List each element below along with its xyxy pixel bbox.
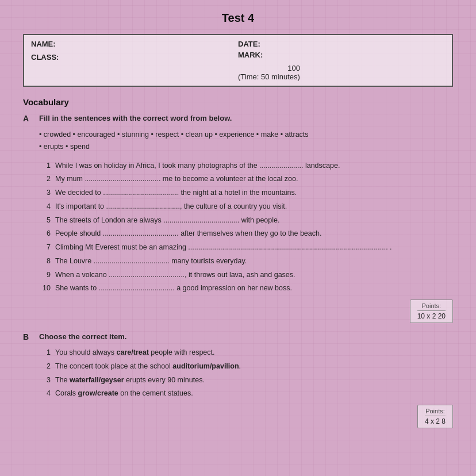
exercise-b-points: Points: 4 x 2 8 (417, 405, 453, 428)
sentence-10: 10 She wants to ........................… (39, 283, 453, 294)
sentence-7: 7 Climbing Mt Everest must be an amazing… (39, 242, 453, 253)
exercise-b-sentences: 1 You should always care/treat people wi… (39, 347, 453, 399)
sentence-6: 6 People should ........................… (39, 228, 453, 239)
b-sentence-4: 4 Corals grow/create on the cement statu… (39, 388, 453, 399)
name-label: NAME: (31, 40, 56, 48)
exercise-a-sentences: 1 While I was on holiday in Africa, I to… (39, 160, 453, 294)
exercise-a-points-box: Points: 10 x 2 20 (23, 300, 453, 323)
word-bank-line1: • crowded • encouraged • stunning • resp… (39, 129, 453, 141)
bold-word-4: grow/create (78, 389, 118, 397)
date-label: DATE: (238, 40, 260, 48)
points-value-a: 10 x 2 20 (417, 310, 446, 320)
b-sentence-1: 1 You should always care/treat people wi… (39, 347, 453, 358)
class-label: CLASS: (31, 53, 59, 62)
exercise-b-points-box: Points: 4 x 2 8 (23, 405, 453, 428)
sentence-1: 1 While I was on holiday in Africa, I to… (39, 160, 453, 171)
sentence-2: 2 My mum ...............................… (39, 174, 453, 185)
exercise-a-instruction: Fill in the sentences with the correct w… (39, 114, 232, 122)
b-sentence-3: 3 The waterfall/geyser erupts every 90 m… (39, 375, 453, 386)
exercise-b-header: B Choose the correct item. (23, 332, 453, 341)
exercise-a-points: Points: 10 x 2 20 (410, 300, 453, 323)
bold-word-3: waterfall/geyser (70, 376, 124, 384)
page-title: Test 4 (23, 11, 453, 25)
exercise-b-letter: B (23, 332, 32, 341)
exercise-a-letter: A (23, 114, 32, 123)
info-box: NAME: CLASS: DATE: MARK: 100 (Time: 50 m… (23, 34, 453, 87)
exercise-b-instruction: Choose the correct item. (39, 332, 126, 341)
sentence-9: 9 When a volcano .......................… (39, 270, 453, 281)
sentence-8: 8 The Louvre ...........................… (39, 256, 453, 267)
sentence-5: 5 The streets of London are always .....… (39, 215, 453, 226)
points-label-a: Points: (417, 302, 446, 309)
bold-word-2: auditorium/pavilion (172, 362, 239, 370)
sentence-4: 4 It's important to ....................… (39, 201, 453, 212)
points-value-b: 4 x 2 8 (425, 416, 446, 425)
word-bank: • crowded • encouraged • stunning • resp… (39, 129, 453, 153)
word-bank-line2: • erupts • spend (39, 141, 453, 153)
sentence-3: 3 We decided to ........................… (39, 187, 453, 198)
bold-word-1: care/treat (117, 348, 149, 356)
score-value: 100 (238, 64, 300, 72)
vocabulary-title: Vocabulary (23, 97, 453, 107)
time-value: (Time: 50 minutes) (238, 72, 300, 81)
exercise-a-header: A Fill in the sentences with the correct… (23, 114, 453, 123)
points-label-b: Points: (425, 408, 446, 414)
mark-label: MARK: (238, 51, 263, 59)
b-sentence-2: 2 The concert took place at the school a… (39, 361, 453, 372)
